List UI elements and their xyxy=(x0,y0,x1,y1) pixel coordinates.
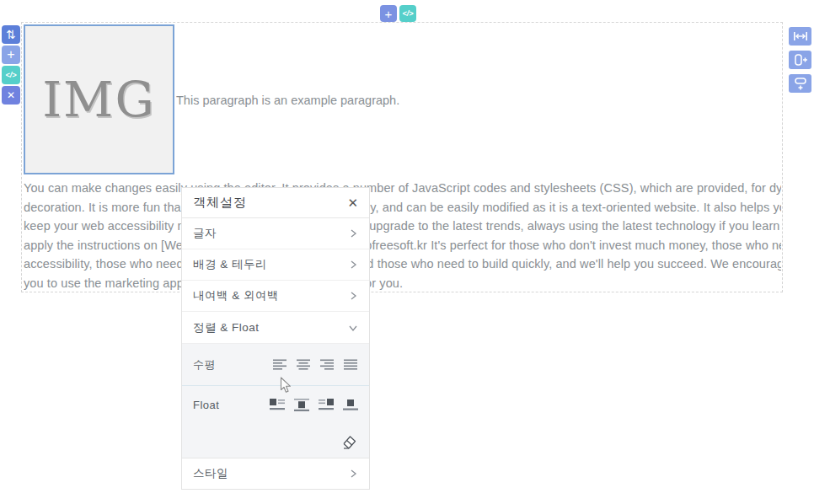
body-line: you to use the marketing approach that g… xyxy=(24,274,781,293)
menu-item-padding-margin[interactable]: 내여백 & 외여백 xyxy=(182,281,369,312)
chevron-right-icon xyxy=(348,260,358,270)
image-placeholder[interactable]: IMG xyxy=(24,24,174,174)
example-paragraph[interactable]: This paragraph is an example paragraph. xyxy=(176,94,399,107)
body-paragraph[interactable]: You can make changes easily using the ed… xyxy=(24,179,781,292)
horizontal-align-options xyxy=(273,359,358,370)
align-justify-button[interactable] xyxy=(344,359,358,370)
chevron-right-icon xyxy=(348,228,358,239)
add-row-button[interactable] xyxy=(789,74,811,93)
code-icon: </> xyxy=(402,9,413,18)
body-line: accessibility, those who need frequent a… xyxy=(24,255,781,274)
top-toolbar: + </> xyxy=(380,5,416,22)
menu-item-label: 글자 xyxy=(193,226,217,241)
chevron-right-icon xyxy=(348,291,358,301)
add-column-icon xyxy=(792,52,809,67)
align-left-button[interactable] xyxy=(273,359,287,370)
menu-item-label: 배경 & 테두리 xyxy=(193,257,267,272)
right-toolbar xyxy=(789,27,811,93)
float-label: Float xyxy=(193,399,219,411)
code-view-button[interactable]: </> xyxy=(399,5,416,22)
image-placeholder-label: IMG xyxy=(42,71,156,128)
menu-item-background-border[interactable]: 배경 & 테두리 xyxy=(182,249,369,281)
move-vertical-icon: ⇅ xyxy=(6,28,16,41)
add-block-button[interactable]: + xyxy=(380,5,397,22)
plus-icon: + xyxy=(385,7,393,21)
move-vertical-button[interactable]: ⇅ xyxy=(2,25,20,44)
add-element-button[interactable]: + xyxy=(2,46,20,64)
close-icon: ✕ xyxy=(7,89,15,101)
body-line: decoration. It is more fun than any othe… xyxy=(24,198,781,217)
horizontal-align-row: 수평 xyxy=(182,344,369,385)
object-settings-panel: 객체설정 ✕ 글자 배경 & 테두리 내여백 & 외여백 정렬 & Float xyxy=(181,187,370,490)
align-center-button[interactable] xyxy=(297,359,311,370)
menu-item-label: 내여백 & 외여백 xyxy=(193,288,279,303)
menu-item-style[interactable]: 스타일 xyxy=(182,458,369,489)
float-left-button[interactable] xyxy=(270,399,285,411)
float-none-icon xyxy=(294,399,309,411)
align-right-button[interactable] xyxy=(320,359,335,370)
menu-item-label: 스타일 xyxy=(193,466,228,481)
add-column-button[interactable] xyxy=(789,51,811,69)
align-right-icon xyxy=(320,359,335,370)
float-right-icon xyxy=(319,399,334,411)
panel-title: 객체설정 xyxy=(193,195,247,211)
editor-canvas: + </> ⇅ + </> ✕ xyxy=(0,0,814,504)
align-left-icon xyxy=(273,359,287,370)
align-float-section: 수평 xyxy=(182,343,369,458)
left-toolbar: ⇅ + </> ✕ xyxy=(2,25,20,105)
body-line: You can make changes easily using the ed… xyxy=(24,179,781,198)
plus-icon: + xyxy=(7,47,14,62)
close-icon[interactable]: ✕ xyxy=(347,196,358,209)
code-icon: </> xyxy=(5,71,16,79)
float-options xyxy=(270,399,358,411)
float-clear-icon xyxy=(343,399,358,411)
body-line: keep your web accessibility naturally. I… xyxy=(24,217,781,236)
menu-item-align-float[interactable]: 정렬 & Float xyxy=(182,312,369,343)
float-clear-button[interactable] xyxy=(343,399,358,411)
menu-item-label: 정렬 & Float xyxy=(193,320,260,335)
float-right-button[interactable] xyxy=(319,399,334,411)
float-left-icon xyxy=(270,399,285,411)
align-justify-icon xyxy=(344,359,358,370)
resize-width-button[interactable] xyxy=(789,27,811,46)
float-none-button[interactable] xyxy=(294,399,309,411)
panel-header: 객체설정 ✕ xyxy=(182,188,369,218)
clear-formatting-button[interactable] xyxy=(340,433,358,453)
chevron-down-icon xyxy=(348,323,358,333)
resize-width-icon xyxy=(793,31,808,41)
add-row-icon xyxy=(792,76,809,91)
align-center-icon xyxy=(297,359,311,370)
element-code-button[interactable]: </> xyxy=(2,66,20,84)
menu-item-text[interactable]: 글자 xyxy=(182,218,369,249)
body-line: apply the instructions on [WebFreeSoft] … xyxy=(24,236,781,255)
delete-element-button[interactable]: ✕ xyxy=(2,86,20,105)
float-row: Float xyxy=(182,386,369,423)
horizontal-label: 수평 xyxy=(193,357,216,373)
chevron-right-icon xyxy=(348,469,358,479)
eraser-icon xyxy=(340,433,358,449)
